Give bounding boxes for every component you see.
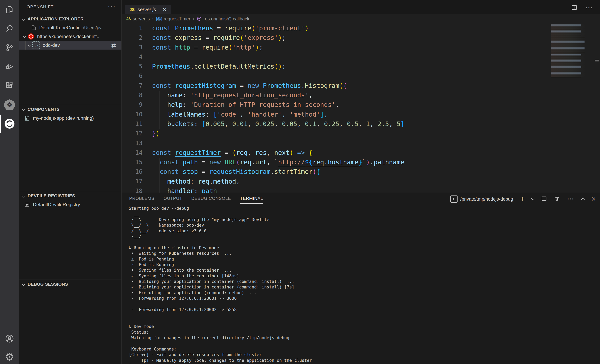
code-line[interactable]: 3const http = require('http'); (122, 43, 600, 52)
openshift-sidebar: OPENSHIFT ··· APPLICATION EXPLORER Defau… (19, 0, 122, 364)
kubernetes-icon[interactable]: ☸ (0, 95, 19, 114)
tree-item-default-devfile-registry[interactable]: DefaultDevfileRegistry (19, 200, 122, 209)
settings-gear-icon[interactable]: ⚙ (0, 347, 19, 364)
tab-output[interactable]: OUTPUT (163, 196, 182, 202)
code-line[interactable]: 1const Prometheus = require('prom-client… (122, 23, 600, 33)
code-line[interactable]: 14const requestTimer = (req, res, next) … (122, 148, 600, 157)
activity-bar: ☸ ⚙ (0, 0, 19, 364)
section-debug-sessions[interactable]: DEBUG SESSIONS (19, 280, 122, 289)
run-debug-icon[interactable] (0, 57, 19, 76)
section-devfile-registries[interactable]: DEVFILE REGISTRIES (19, 191, 122, 200)
section-label: APPLICATION EXPLORER (28, 17, 84, 22)
terminal-line: Watching for changes in the current dire… (129, 335, 585, 341)
terminal-icon (450, 195, 458, 203)
line-number: 1 (122, 23, 142, 33)
tab-close-icon[interactable]: × (163, 6, 167, 13)
tree-item-label: Default KubeConfig (39, 25, 81, 30)
terminal-line: ⚠ Pod is Pending (129, 256, 585, 262)
terminal-line: - Forwarding from 127.0.0.1:20002 -> 585… (129, 307, 585, 312)
close-panel-icon[interactable]: × (591, 195, 596, 203)
code-line[interactable]: 17 method: req.method, (122, 177, 600, 186)
breadcrumb-item-callback[interactable]: res.on('finish') callback (197, 16, 249, 22)
line-number: 11 (122, 119, 142, 129)
line-text: const stop = requestHistogram.startTimer… (152, 167, 320, 176)
explorer-icon[interactable] (0, 0, 19, 19)
panel-more-actions-icon[interactable]: ··· (567, 196, 574, 202)
tab-problems[interactable]: PROBLEMS (129, 196, 154, 202)
terminal-line: • Executing the application (command: de… (129, 290, 585, 296)
code-line[interactable]: 13 (122, 138, 600, 148)
sidebar-more-actions-icon[interactable]: ··· (108, 3, 116, 10)
tab-server-js[interactable]: JS server.js × (125, 5, 171, 14)
tree-indent-guide (25, 41, 26, 50)
code-line[interactable]: 15 const path = new URL(req.url, `http:/… (122, 157, 600, 167)
registry-list-icon (24, 202, 30, 208)
line-number: 8 (122, 91, 142, 100)
terminal-output[interactable]: Starting odo dev --debug __ / \__ Develo… (129, 206, 585, 364)
code-line[interactable]: 6 (122, 71, 600, 81)
terminal-line: __ (129, 211, 585, 217)
tree-item-cluster-url[interactable]: https://kubernetes.docker.int... (19, 32, 122, 41)
terminal-line (129, 341, 585, 346)
tree-item-label: odo-dev (43, 42, 60, 48)
code-editor[interactable]: 1const Prometheus = require('prom-client… (122, 23, 600, 193)
code-line[interactable]: 18 handler: path (122, 186, 600, 193)
line-number: 17 (122, 177, 142, 186)
terminal-line: Keyboard Commands: (129, 346, 585, 352)
line-text: name: 'http_request_duration_seconds', (152, 91, 312, 100)
file-icon (31, 25, 37, 31)
source-control-icon[interactable] (0, 38, 19, 57)
tree-item-label: DefaultDevfileRegistry (33, 202, 80, 207)
breadcrumb-label: requestTimer (164, 16, 190, 22)
code-line[interactable]: 9 help: 'Duration of HTTP requests in se… (122, 100, 600, 109)
tab-debug-console[interactable]: DEBUG CONSOLE (191, 196, 231, 202)
new-terminal-icon[interactable]: + (520, 195, 525, 203)
kill-terminal-icon[interactable] (554, 196, 560, 202)
line-text: const requestHistogram = new Prometheus.… (152, 81, 347, 91)
tab-terminal[interactable]: TERMINAL (240, 196, 263, 202)
code-line[interactable]: 7const requestHistogram = new Prometheus… (122, 81, 600, 91)
terminal-line: ↳ Running on the cluster in Dev mode (129, 245, 585, 251)
symbol-event-icon (197, 16, 202, 21)
breadcrumb-item-symbol[interactable]: [@] requestTimer (156, 16, 190, 22)
terminal-dropdown-icon[interactable] (531, 197, 534, 200)
tree-item-label: my-nodejs-app (dev running) (33, 115, 94, 121)
code-line[interactable]: 16 const stop = requestHistogram.startTi… (122, 167, 600, 176)
tab-bar: JS server.js × ··· (122, 0, 600, 14)
symbol-method-icon: [@] (156, 17, 162, 21)
code-line[interactable]: 12}) (122, 129, 600, 138)
terminal-line: [Ctrl+c] - Exit and delete resources fro… (129, 352, 585, 357)
line-text: const path = new URL(req.url, `http://${… (152, 157, 404, 167)
line-number: 2 (122, 33, 142, 42)
swap-namespace-icon[interactable]: ⇄ (111, 42, 116, 49)
maximize-panel-icon[interactable] (581, 198, 585, 202)
code-line[interactable]: 2const express = require('express'); (122, 33, 600, 42)
more-actions-icon[interactable]: ··· (586, 5, 593, 11)
openshift-icon[interactable] (0, 114, 19, 133)
tree-item-odo-dev[interactable]: ⋮· odo-dev ⇄ (19, 41, 122, 50)
search-icon[interactable] (0, 19, 19, 38)
terminal-line: / \__/ odo version: v3.6.0 (129, 228, 585, 234)
minimap[interactable] (551, 24, 585, 77)
js-file-icon: JS (126, 17, 131, 21)
split-terminal-icon[interactable] (541, 196, 547, 202)
code-line[interactable]: 10 labelNames: ['code', 'handler', 'meth… (122, 110, 600, 119)
code-line[interactable]: 5Prometheus.collectDefaultMetrics(); (122, 62, 600, 71)
code-line[interactable]: 11 buckets: [0.005, 0.01, 0.025, 0.05, 0… (122, 119, 600, 129)
terminal-line: / \__ Developing using the "my-nodejs-ap… (129, 217, 585, 222)
chevron-down-icon (22, 17, 25, 20)
line-number: 13 (122, 138, 142, 148)
tree-item-my-nodejs-app[interactable]: my-nodejs-app (dev running) (19, 114, 122, 123)
terminal-cwd-label: /private/tmp/nodejs-debug (460, 196, 513, 202)
section-components[interactable]: COMPONENTS (19, 105, 122, 114)
extensions-icon[interactable] (0, 76, 19, 95)
section-application-explorer[interactable]: APPLICATION EXPLORER (19, 15, 122, 23)
line-text: const requestTimer = (req, res, next) =>… (152, 148, 312, 157)
split-editor-icon[interactable] (571, 4, 577, 11)
account-icon[interactable] (0, 329, 19, 348)
tree-item-kubeconfig[interactable]: Default KubeConfig /Users/pv... (19, 23, 122, 32)
code-line[interactable]: 8 name: 'http_request_duration_seconds', (122, 91, 600, 100)
terminal-session-selector[interactable]: /private/tmp/nodejs-debug (450, 195, 513, 203)
code-line[interactable]: 4 (122, 52, 600, 62)
breadcrumb-item-file[interactable]: JS server.js (126, 16, 150, 22)
